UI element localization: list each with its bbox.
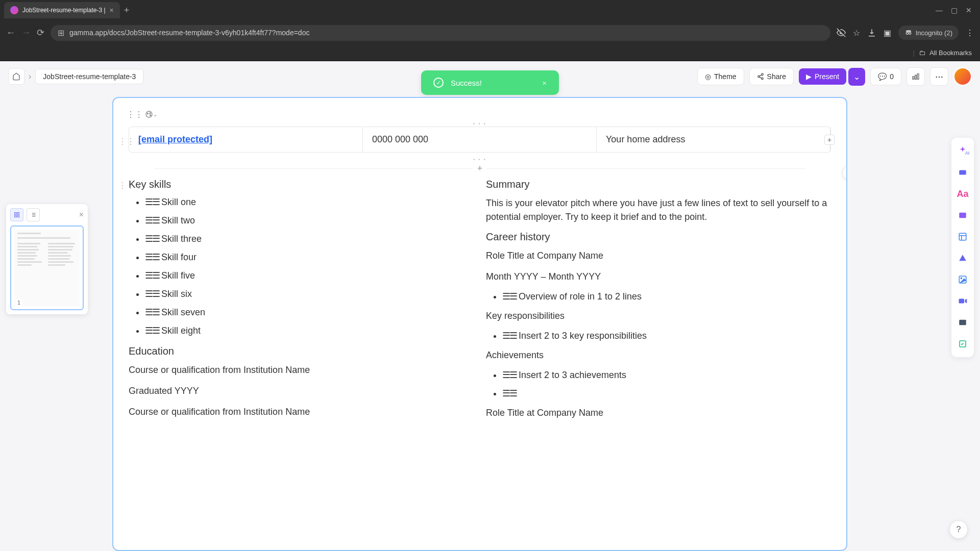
close-window-icon[interactable]: ✕: [966, 6, 972, 14]
back-button[interactable]: ←: [6, 28, 15, 38]
list-item: ☰☰Skill eight: [145, 325, 474, 336]
side-panel-icon[interactable]: ▣: [884, 28, 891, 38]
form-button[interactable]: [955, 337, 970, 351]
list-view-button[interactable]: [27, 208, 40, 221]
all-bookmarks-button[interactable]: All Bookmarks: [929, 49, 972, 57]
svg-rect-10: [917, 74, 919, 80]
svg-point-12: [147, 113, 148, 114]
comments-button[interactable]: 💬 0: [870, 68, 901, 85]
career-heading[interactable]: Career history: [486, 231, 831, 243]
eye-off-icon[interactable]: [837, 28, 846, 37]
role-title[interactable]: Role Title at Company Name: [486, 406, 831, 420]
add-column-button[interactable]: +: [824, 135, 835, 145]
site-settings-icon[interactable]: ⊞: [58, 28, 64, 38]
responsibilities-heading[interactable]: Key responsibilities: [486, 309, 831, 323]
palette-icon: ◎: [705, 72, 711, 81]
text-format-button[interactable]: Aa: [955, 187, 970, 201]
email-link[interactable]: [email protected]: [138, 134, 212, 144]
theme-button[interactable]: ◎ Theme: [697, 68, 744, 85]
education-graduation[interactable]: Graduated YYYY: [129, 384, 474, 398]
new-tab-button[interactable]: +: [124, 5, 130, 16]
role-dates[interactable]: Month YYYY – Month YYYY: [486, 270, 831, 284]
image-button[interactable]: [955, 272, 970, 287]
browser-menu-icon[interactable]: ⋮: [966, 28, 974, 38]
incognito-badge[interactable]: Incognito (2): [898, 26, 959, 40]
help-button[interactable]: ?: [949, 520, 968, 539]
thumbnail-preview: [14, 230, 80, 306]
folder-icon: 🗀: [919, 49, 925, 57]
browser-tab[interactable]: JobStreet-resume-template-3 | ×: [4, 2, 120, 18]
list-item: ☰☰Skill seven: [145, 307, 474, 318]
address-cell[interactable]: Your home address: [597, 127, 830, 152]
drag-handle-icon[interactable]: ⋮⋮: [129, 108, 141, 120]
ellipsis-icon: ⋯: [935, 72, 943, 82]
doc-title[interactable]: JobStreet-resume-template-3: [35, 69, 143, 84]
present-button[interactable]: ▶ Present: [799, 68, 846, 85]
bookmark-star-icon[interactable]: ☆: [853, 28, 860, 38]
block-toolbar: ⋮⋮ ⌄: [129, 108, 831, 120]
responsibilities-list[interactable]: ☰☰Insert 2 to 3 key responsibilities: [486, 330, 831, 341]
achievements-list[interactable]: ☰☰Insert 2 to 3 achievements ☰☰: [486, 369, 831, 399]
education-heading[interactable]: Education: [129, 345, 474, 357]
user-avatar[interactable]: [953, 67, 972, 86]
svg-point-2: [909, 32, 911, 34]
close-panel-button[interactable]: ×: [79, 210, 84, 219]
home-button[interactable]: [8, 68, 24, 85]
tab-bar: JobStreet-resume-template-3 | × + — ▢ ✕: [0, 0, 980, 20]
close-tab-icon[interactable]: ×: [110, 6, 114, 14]
document-canvas[interactable]: ⋮⋮ ⌄ ⋮⋮ ⋮⋮ • • • [email protected] 0000 …: [112, 97, 847, 551]
svg-rect-8: [913, 77, 914, 79]
left-column[interactable]: Key skills ☰☰Skill one ☰☰Skill two ☰☰Ski…: [129, 179, 474, 427]
skills-heading[interactable]: Key skills: [129, 179, 474, 190]
play-icon: ▶: [806, 72, 812, 81]
more-menu-button[interactable]: ⋯: [930, 67, 948, 86]
browser-chrome: JobStreet-resume-template-3 | × + — ▢ ✕ …: [0, 0, 980, 61]
card-templates-button[interactable]: [955, 165, 970, 180]
list-item: ☰☰Skill two: [145, 215, 474, 226]
list-prefix-icon: ☰☰: [145, 215, 159, 226]
minimize-icon[interactable]: —: [936, 6, 943, 14]
add-block-button[interactable]: +: [129, 162, 831, 174]
present-dropdown-button[interactable]: ⌄: [848, 68, 865, 86]
downloads-icon[interactable]: [867, 28, 876, 37]
shapes-button[interactable]: [955, 251, 970, 265]
forward-button[interactable]: →: [21, 28, 31, 38]
maximize-icon[interactable]: ▢: [951, 6, 958, 14]
skills-list[interactable]: ☰☰Skill one ☰☰Skill two ☰☰Skill three ☰☰…: [129, 196, 474, 336]
url-field[interactable]: ⊞ gamma.app/docs/JobStreet-resume-templa…: [51, 25, 830, 41]
analytics-button[interactable]: [906, 67, 925, 86]
gamma-app: › JobStreet-resume-template-3 ◎ Theme Sh…: [0, 61, 980, 551]
thumbnail-panel: ×: [6, 204, 88, 314]
summary-body[interactable]: This is your elevator pitch where you ha…: [486, 196, 831, 224]
column-resize-handle[interactable]: • • •: [473, 121, 486, 127]
share-button[interactable]: Share: [749, 68, 794, 85]
reload-button[interactable]: ⟳: [37, 27, 44, 38]
cell-drag-handle-icon[interactable]: ⋮⋮: [127, 181, 143, 190]
email-cell[interactable]: [email protected]: [129, 127, 363, 152]
grid-view-button[interactable]: [10, 208, 23, 221]
add-comment-button[interactable]: [842, 164, 847, 181]
close-toast-button[interactable]: ×: [542, 79, 547, 87]
check-circle-icon: ✓: [433, 78, 444, 88]
layout-button[interactable]: [955, 230, 970, 244]
ai-palette-icon[interactable]: ⌄: [145, 108, 157, 120]
video-button[interactable]: [955, 294, 970, 308]
education-course[interactable]: Course or qualification from Institution…: [129, 405, 474, 419]
achievements-heading[interactable]: Achievements: [486, 348, 831, 362]
row-resize-handle[interactable]: • • •: [129, 157, 831, 162]
embed-button[interactable]: [955, 315, 970, 330]
phone-cell[interactable]: 0000 000 000: [363, 127, 597, 152]
page-thumbnail[interactable]: 1: [10, 226, 84, 310]
list-item: ☰☰Overview of role in 1 to 2 lines: [502, 291, 831, 302]
role-title[interactable]: Role Title at Company Name: [486, 249, 831, 263]
svg-point-4: [757, 76, 760, 78]
window-controls: — ▢ ✕: [936, 6, 976, 14]
education-course[interactable]: Course or qualification from Institution…: [129, 363, 474, 377]
svg-rect-26: [959, 213, 966, 218]
ai-sparkle-button[interactable]: AI: [955, 144, 970, 158]
overview-list[interactable]: ☰☰Overview of role in 1 to 2 lines: [486, 291, 831, 302]
contact-row: • • • [email protected] 0000 000 000 You…: [129, 127, 831, 153]
callout-button[interactable]: [955, 208, 970, 222]
summary-heading[interactable]: Summary: [486, 179, 831, 190]
right-column[interactable]: Summary This is your elevator pitch wher…: [486, 179, 831, 427]
